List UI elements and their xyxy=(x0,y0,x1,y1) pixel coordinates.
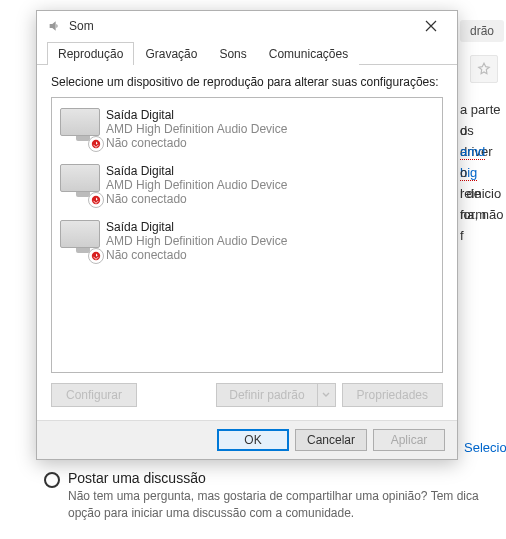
tab-sounds[interactable]: Sons xyxy=(208,42,257,65)
set-default-button[interactable]: Definir padrão xyxy=(216,383,335,407)
chevron-down-icon xyxy=(317,384,335,406)
background-pin-iconbox[interactable] xyxy=(470,55,498,83)
tab-page-playback: Selecione um dispositivo de reprodução p… xyxy=(37,65,457,417)
close-button[interactable] xyxy=(411,11,451,41)
disconnected-badge-icon xyxy=(88,248,104,264)
bg-select-text: Selecione xyxy=(464,438,506,459)
bg-text-line: na, não f xyxy=(460,205,506,247)
device-status: Não conectado xyxy=(106,136,287,150)
configure-button[interactable]: Configurar xyxy=(51,383,137,407)
radio-circle-icon xyxy=(44,472,60,488)
tab-recording[interactable]: Gravação xyxy=(134,42,208,65)
dialog-footer: OK Cancelar Aplicar xyxy=(37,420,457,459)
close-icon xyxy=(425,20,437,32)
background-pill: drão xyxy=(460,20,504,42)
apply-button[interactable]: Aplicar xyxy=(373,429,445,451)
device-subtitle: AMD High Definition Audio Device xyxy=(106,234,287,248)
tab-communications[interactable]: Comunicações xyxy=(258,42,359,65)
device-status: Não conectado xyxy=(106,248,287,262)
radio-title: Postar uma discussão xyxy=(68,470,498,486)
list-button-row: Configurar Definir padrão Propriedades xyxy=(51,383,443,407)
disconnected-badge-icon xyxy=(88,192,104,208)
properties-button[interactable]: Propriedades xyxy=(342,383,443,407)
dialog-title: Som xyxy=(69,19,94,33)
cancel-button[interactable]: Cancelar xyxy=(295,429,367,451)
tab-strip: Reprodução Gravação Sons Comunicações xyxy=(37,41,457,65)
radio-description: Não tem uma pergunta, mas gostaria de co… xyxy=(68,488,498,522)
titlebar: Som xyxy=(37,11,457,41)
device-icon xyxy=(60,164,106,204)
ok-button[interactable]: OK xyxy=(217,429,289,451)
device-item[interactable]: Saída DigitalAMD High Definition Audio D… xyxy=(58,104,436,160)
set-default-label: Definir padrão xyxy=(217,388,316,402)
sound-dialog: Som Reprodução Gravação Sons Comunicaçõe… xyxy=(36,10,458,460)
device-item[interactable]: Saída DigitalAMD High Definition Audio D… xyxy=(58,216,436,272)
device-subtitle: AMD High Definition Audio Device xyxy=(106,178,287,192)
device-item[interactable]: Saída DigitalAMD High Definition Audio D… xyxy=(58,160,436,216)
post-discussion-radio[interactable]: Postar uma discussão Não tem uma pergunt… xyxy=(44,470,498,522)
device-status: Não conectado xyxy=(106,192,287,206)
device-list[interactable]: Saída DigitalAMD High Definition Audio D… xyxy=(51,97,443,373)
disconnected-badge-icon xyxy=(88,136,104,152)
tab-playback[interactable]: Reprodução xyxy=(47,42,134,65)
speaker-icon xyxy=(47,18,63,34)
pin-icon xyxy=(477,62,491,76)
device-name: Saída Digital xyxy=(106,220,287,234)
instruction-text: Selecione um dispositivo de reprodução p… xyxy=(51,75,443,89)
device-name: Saída Digital xyxy=(106,108,287,122)
device-icon xyxy=(60,108,106,148)
device-subtitle: AMD High Definition Audio Device xyxy=(106,122,287,136)
device-name: Saída Digital xyxy=(106,164,287,178)
device-icon xyxy=(60,220,106,260)
